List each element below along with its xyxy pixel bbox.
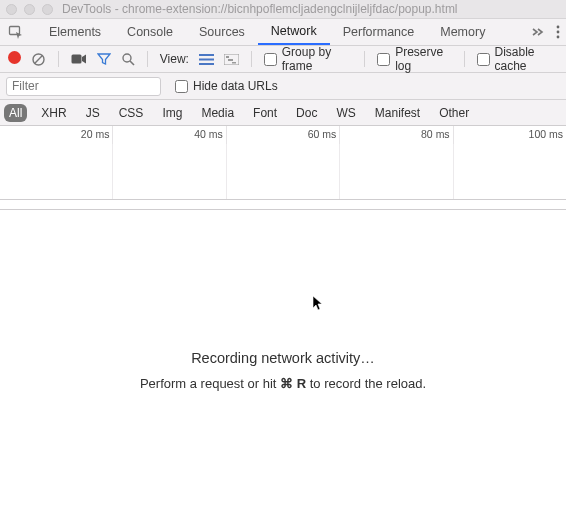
search-icon[interactable] (121, 52, 135, 66)
hide-data-urls-label: Hide data URLs (193, 79, 278, 93)
type-media[interactable]: Media (196, 104, 239, 122)
recording-message: Recording network activity… (0, 350, 566, 366)
tick: 60 ms (226, 126, 339, 144)
svg-line-5 (35, 55, 43, 63)
tick: 100 ms (453, 126, 566, 144)
separator (464, 51, 465, 67)
hint-message: Perform a request or hit ⌘ R to record t… (0, 376, 566, 391)
hint-post: to record the reload. (306, 376, 426, 391)
preserve-log-label: Preserve log (395, 45, 452, 73)
tab-sources[interactable]: Sources (186, 19, 258, 45)
divider (0, 200, 566, 210)
group-by-frame-label: Group by frame (282, 45, 352, 73)
window-title: DevTools - chrome-extension://bicnhpofle… (62, 2, 458, 16)
preserve-log-checkbox[interactable]: Preserve log (377, 45, 452, 73)
type-doc[interactable]: Doc (291, 104, 322, 122)
svg-point-2 (557, 31, 560, 34)
type-css[interactable]: CSS (114, 104, 149, 122)
filter-input[interactable] (6, 77, 161, 96)
traffic-light-max[interactable] (42, 4, 53, 15)
devtools-tabbar: Elements Console Sources Network Perform… (0, 19, 566, 46)
hint-key-r: R (297, 376, 306, 391)
separator (364, 51, 365, 67)
waterfall-icon[interactable] (224, 54, 239, 65)
tab-network[interactable]: Network (258, 19, 330, 45)
type-all[interactable]: All (4, 104, 27, 122)
tick: 40 ms (112, 126, 225, 144)
hint-key-cmd: ⌘ (280, 376, 293, 391)
network-toolbar: View: Group by frame Preserve log Disabl… (0, 46, 566, 73)
type-js[interactable]: JS (81, 104, 105, 122)
types-bar: All XHR JS CSS Img Media Font Doc WS Man… (0, 100, 566, 126)
camera-icon[interactable] (71, 53, 87, 65)
hint-pre: Perform a request or hit (140, 376, 280, 391)
mouse-cursor-icon (312, 295, 324, 311)
disable-cache-label: Disable cache (495, 45, 559, 73)
separator (147, 51, 148, 67)
svg-rect-6 (71, 55, 81, 64)
svg-rect-10 (199, 58, 214, 60)
type-manifest[interactable]: Manifest (370, 104, 425, 122)
svg-point-7 (123, 54, 131, 62)
svg-point-1 (557, 26, 560, 29)
type-font[interactable]: Font (248, 104, 282, 122)
tab-memory[interactable]: Memory (427, 19, 498, 45)
clear-icon[interactable] (31, 52, 46, 67)
separator (251, 51, 252, 67)
network-requests-area: Recording network activity… Perform a re… (0, 210, 566, 510)
window-titlebar: DevTools - chrome-extension://bicnhpofle… (0, 0, 566, 19)
view-label: View: (160, 52, 189, 66)
svg-rect-9 (199, 54, 214, 56)
tab-console[interactable]: Console (114, 19, 186, 45)
svg-rect-13 (226, 56, 229, 58)
svg-point-3 (557, 36, 560, 39)
disable-cache-checkbox[interactable]: Disable cache (477, 45, 559, 73)
tick: 20 ms (0, 126, 112, 144)
type-xhr[interactable]: XHR (36, 104, 71, 122)
type-ws[interactable]: WS (331, 104, 360, 122)
filter-bar: Hide data URLs (0, 73, 566, 100)
tick: 80 ms (339, 126, 452, 144)
svg-rect-14 (228, 59, 233, 61)
svg-rect-15 (232, 62, 236, 64)
svg-rect-11 (199, 63, 214, 65)
group-by-frame-checkbox[interactable]: Group by frame (264, 45, 352, 73)
hide-data-urls-checkbox[interactable]: Hide data URLs (175, 79, 278, 93)
large-rows-icon[interactable] (199, 54, 214, 65)
type-other[interactable]: Other (434, 104, 474, 122)
svg-line-8 (130, 61, 134, 65)
timeline-overview[interactable]: 20 ms 40 ms 60 ms 80 ms 100 ms (0, 126, 566, 200)
tab-performance[interactable]: Performance (330, 19, 428, 45)
traffic-light-min[interactable] (24, 4, 35, 15)
kebab-menu-icon[interactable] (556, 25, 560, 39)
record-button[interactable] (8, 51, 21, 67)
tab-elements[interactable]: Elements (36, 19, 114, 45)
type-img[interactable]: Img (157, 104, 187, 122)
traffic-light-close[interactable] (6, 4, 17, 15)
inspect-element-icon[interactable] (4, 24, 28, 40)
more-tabs-icon[interactable] (532, 26, 544, 38)
separator (58, 51, 59, 67)
filter-icon[interactable] (97, 52, 111, 66)
